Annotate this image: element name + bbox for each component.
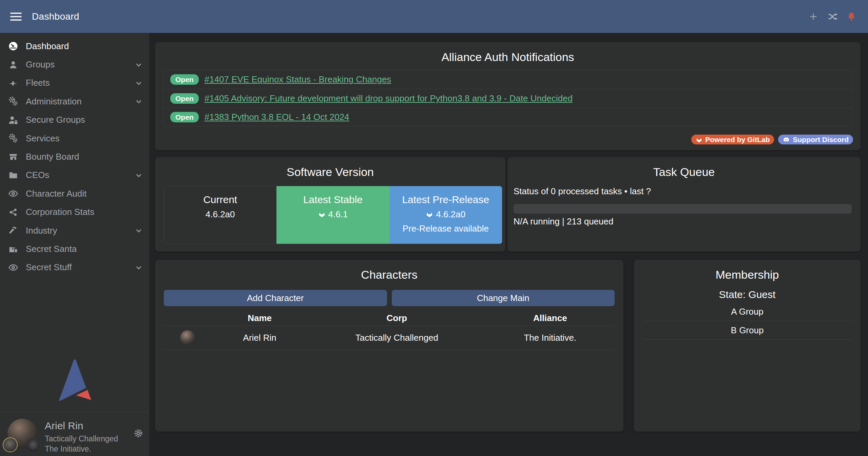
notification-link[interactable]: #1383 Python 3.8 EOL - 14 Oct 2024 (205, 112, 349, 122)
user-lock-icon (8, 115, 18, 125)
software-version-table: Current 4.6.2a0 Latest Stable 4.6.1 Late… (163, 186, 502, 244)
add-character-button[interactable]: Add Character (164, 290, 387, 306)
chevron-down-icon (134, 97, 143, 106)
col-header-alliance: Alliance (486, 313, 615, 323)
notification-item: Open #1383 Python 3.8 EOL - 14 Oct 2024 (163, 107, 852, 126)
corp-logo-badge (3, 437, 18, 452)
table-divider (164, 350, 615, 350)
notification-link[interactable]: #1407 EVE Equinox Status - Breaking Chan… (205, 74, 391, 85)
task-queue-status: Status of 0 processed tasks • last ? (514, 186, 651, 197)
discord-badge[interactable]: Support Discord (778, 135, 853, 144)
characters-table-header: Name Corp Alliance (164, 311, 615, 325)
sidebar-item-secure-groups[interactable]: Secure Groups (0, 111, 149, 129)
sidebar-item-secret-stuff[interactable]: Secret Stuff (0, 258, 149, 277)
share-nodes-icon (8, 207, 18, 217)
sidebar-item-corporation-stats[interactable]: Corporation Stats (0, 203, 149, 221)
sidebar-item-administration[interactable]: Administration (0, 92, 149, 111)
cell-name: Ariel Rin (211, 333, 308, 343)
page-title: Dashboard (32, 11, 79, 22)
characters-title: Characters (155, 260, 623, 281)
status-badge: Open (170, 74, 199, 85)
alliance-auth-dashboard: Dashboard (0, 0, 868, 456)
sidebar-item-industry[interactable]: Industry (0, 221, 149, 240)
user-icon (8, 60, 18, 70)
membership-state: State: Guest (634, 289, 861, 300)
status-badge: Open (170, 112, 199, 122)
notifications-list: Open #1407 EVE Equinox Status - Breaking… (163, 70, 853, 126)
sidebar-item-services[interactable]: Services (0, 129, 149, 147)
folder-icon (8, 170, 18, 180)
notification-item: Open #1407 EVE Equinox Status - Breaking… (163, 70, 852, 89)
notification-link[interactable]: #1405 Advisory: Future development will … (205, 93, 573, 104)
membership-panel: Membership State: Guest A Group B Group (634, 260, 861, 432)
sidebar-item-character-audit[interactable]: Character Audit (0, 184, 149, 203)
sidebar-item-bounty-board[interactable]: Bounty Board (0, 147, 149, 166)
notification-item: Open #1405 Advisory: Future development … (163, 89, 852, 107)
chevron-down-icon (134, 79, 143, 87)
sidebar-item-fleets[interactable]: Fleets (0, 74, 149, 92)
characters-panel: Characters Add Character Change Main Nam… (155, 260, 623, 432)
fighter-jet-icon (8, 78, 18, 88)
list-item: B Group (643, 321, 852, 340)
col-header-corp: Corp (308, 313, 485, 323)
software-version-title: Software Version (155, 157, 505, 179)
gitlab-badge[interactable]: Powered by GitLab (691, 135, 774, 144)
membership-groups-list: A Group B Group (643, 302, 852, 340)
gears-icon (8, 96, 18, 106)
gitlab-icon (318, 211, 326, 218)
user-name: Ariel Rin (45, 420, 83, 432)
footer-badges: Powered by GitLab Support Discord (691, 135, 853, 144)
shop-icon (8, 152, 18, 162)
chevron-down-icon (134, 171, 143, 180)
table-row: Ariel Rin Tactically Challenged The Init… (164, 326, 615, 350)
gifts-icon (8, 244, 18, 254)
hammer-icon (8, 225, 18, 236)
version-cell-stable: Latest Stable 4.6.1 (276, 186, 389, 244)
sidebar-item-secret-santa[interactable]: Secret Santa (0, 240, 149, 258)
change-main-button[interactable]: Change Main (392, 290, 615, 306)
version-cell-prerelease: Latest Pre-Release 4.6.2a0 Pre-Release a… (389, 186, 502, 244)
sidebar-item-groups[interactable]: Groups (0, 55, 149, 74)
eye-icon (8, 189, 18, 199)
notifications-title: Alliance Auth Notifications (155, 42, 861, 64)
top-navbar: Dashboard (0, 0, 868, 33)
sidebar: Dashboard Groups Fleets (0, 33, 149, 456)
sidebar-item-ceos[interactable]: CEOs (0, 166, 149, 184)
sidebar-item-dashboard[interactable]: Dashboard (0, 37, 149, 55)
chevron-down-icon (134, 60, 143, 69)
user-alliance: The Initiative. (45, 444, 91, 454)
user-corp: Tactically Challenged (45, 434, 118, 443)
sidebar-menu: Dashboard Groups Fleets (0, 33, 149, 277)
hamburger-menu-icon[interactable] (10, 13, 22, 21)
cell-corp: Tactically Challenged (308, 333, 485, 343)
user-panel: Ariel Rin Tactically Challenged The Init… (0, 412, 149, 456)
task-queue-title: Task Queue (507, 157, 861, 179)
software-version-panel: Software Version Current 4.6.2a0 Latest … (155, 157, 505, 252)
notifications-panel: Alliance Auth Notifications Open #1407 E… (155, 42, 861, 150)
cell-alliance: The Initiative. (486, 333, 615, 343)
task-queue-progressbar (514, 204, 852, 214)
chevron-down-icon (134, 226, 143, 235)
chevron-down-icon (134, 263, 143, 272)
gitlab-icon (696, 136, 702, 143)
gears-icon (8, 133, 18, 143)
plus-icon[interactable] (808, 12, 818, 22)
gitlab-icon (426, 211, 433, 218)
col-header-name: Name (211, 313, 308, 323)
list-item: A Group (643, 302, 852, 321)
gear-icon[interactable] (134, 429, 143, 438)
gauge-icon (8, 41, 18, 51)
task-queue-summary: N/A running | 213 queued (514, 216, 613, 227)
eye-icon (8, 262, 18, 273)
discord-icon (783, 136, 790, 143)
alliance-logo-badge (26, 438, 40, 453)
version-cell-current: Current 4.6.2a0 (164, 186, 276, 244)
bell-icon[interactable] (846, 12, 856, 22)
character-portrait (180, 330, 195, 345)
status-badge: Open (170, 93, 199, 104)
task-queue-panel: Task Queue Status of 0 processed tasks •… (507, 157, 861, 252)
membership-title: Membership (634, 260, 861, 281)
shuffle-icon[interactable] (827, 12, 837, 22)
alliance-auth-logo (54, 358, 96, 402)
